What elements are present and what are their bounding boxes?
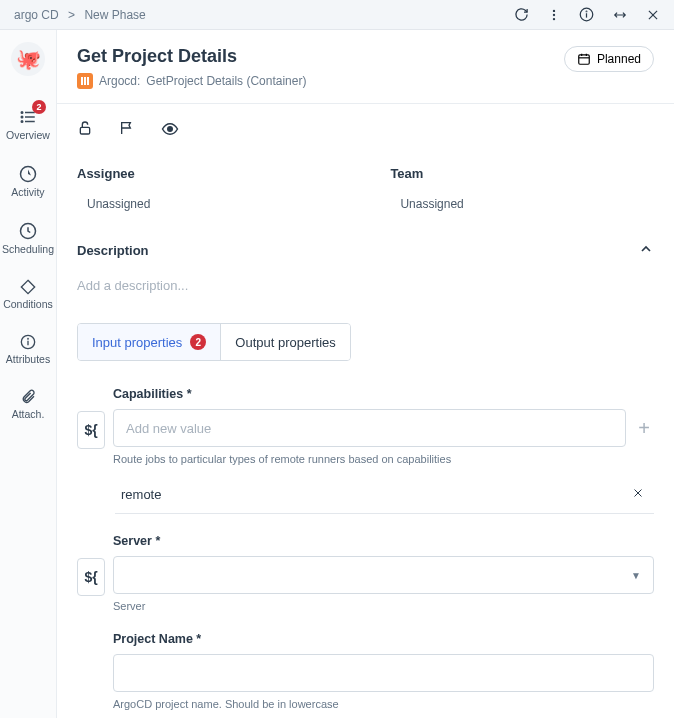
page-title: Get Project Details: [77, 46, 306, 67]
server-field: ${ Server * ▼ Server: [77, 534, 654, 612]
meta-row: Assignee Unassigned Team Unassigned: [77, 166, 654, 211]
capabilities-field: ${ Capabilities * + Route jobs to partic…: [77, 387, 654, 514]
overview-badge: 2: [32, 100, 46, 114]
server-select[interactable]: ▼: [113, 556, 654, 594]
tab-label: Output properties: [235, 335, 335, 350]
project-name-hint: ArgoCD project name. Should be in lowerc…: [113, 698, 654, 710]
status-label: Planned: [597, 52, 641, 66]
tab-label: Input properties: [92, 335, 182, 350]
variable-button[interactable]: ${: [77, 411, 105, 449]
svg-rect-19: [81, 77, 83, 85]
subtitle-prefix: Argocd:: [99, 74, 140, 88]
sidebar-label: Conditions: [3, 298, 53, 310]
svg-point-11: [21, 112, 23, 114]
breadcrumb-current[interactable]: New Phase: [84, 8, 145, 22]
svg-point-5: [586, 11, 587, 12]
svg-point-13: [21, 121, 23, 123]
svg-point-0: [553, 9, 555, 11]
top-bar: argo CD > New Phase: [0, 0, 674, 30]
assignee-block[interactable]: Assignee Unassigned: [77, 166, 150, 211]
main-panel: Get Project Details Argocd: GetProject D…: [57, 30, 674, 718]
calendar-icon: [577, 52, 591, 66]
tab-input-properties[interactable]: Input properties 2: [78, 324, 220, 360]
capabilities-label: Capabilities *: [113, 387, 654, 401]
sidebar-item-attach[interactable]: Attach.: [0, 377, 56, 432]
flag-icon[interactable]: [119, 120, 135, 142]
sidebar: 🐙 2 Overview Activity Scheduling Conditi…: [0, 30, 57, 718]
more-icon[interactable]: [547, 8, 561, 22]
close-icon[interactable]: [646, 8, 660, 22]
eye-icon[interactable]: [161, 120, 179, 142]
svg-point-12: [21, 116, 23, 118]
assignee-value: Unassigned: [77, 197, 150, 211]
paperclip-icon: [20, 389, 36, 405]
svg-rect-22: [579, 55, 590, 64]
capabilities-input[interactable]: [113, 409, 626, 447]
property-tabs: Input properties 2 Output properties: [77, 323, 351, 361]
clock-icon: [19, 165, 37, 183]
description-placeholder[interactable]: Add a description...: [77, 278, 654, 293]
sidebar-item-conditions[interactable]: Conditions: [0, 267, 56, 322]
sidebar-label: Scheduling: [2, 243, 54, 255]
lock-icon[interactable]: [77, 120, 93, 142]
sidebar-item-overview[interactable]: 2 Overview: [0, 96, 56, 153]
team-label: Team: [390, 166, 463, 181]
expand-icon[interactable]: [612, 8, 628, 22]
add-value-icon[interactable]: +: [634, 417, 654, 440]
sidebar-label: Overview: [6, 129, 50, 141]
project-name-label: Project Name *: [113, 632, 654, 646]
breadcrumb-separator: >: [68, 8, 75, 22]
sidebar-item-attributes[interactable]: Attributes: [0, 322, 56, 377]
chevron-up-icon: [638, 241, 654, 260]
action-icons: [77, 120, 654, 142]
capability-chip: remote: [115, 479, 654, 514]
server-label: Server *: [113, 534, 654, 548]
schedule-icon: [19, 222, 37, 240]
svg-rect-21: [87, 77, 89, 85]
chip-label: remote: [121, 487, 161, 502]
refresh-icon[interactable]: [514, 7, 529, 22]
team-value: Unassigned: [390, 197, 463, 211]
sidebar-item-scheduling[interactable]: Scheduling: [0, 210, 56, 267]
info-circle-icon: [20, 334, 36, 350]
svg-rect-20: [84, 77, 86, 85]
description-header[interactable]: Description: [77, 241, 654, 260]
description-label: Description: [77, 243, 149, 258]
assignee-label: Assignee: [77, 166, 150, 181]
svg-point-27: [168, 127, 173, 132]
breadcrumb-root[interactable]: argo CD: [14, 8, 59, 22]
header: Get Project Details Argocd: GetProject D…: [57, 30, 674, 104]
svg-point-1: [553, 13, 555, 15]
variable-button[interactable]: ${: [77, 558, 105, 596]
sidebar-label: Activity: [11, 186, 44, 198]
page-subtitle: Argocd: GetProject Details (Container): [77, 73, 306, 89]
svg-rect-26: [80, 127, 89, 134]
top-toolbar: [514, 7, 660, 22]
avatar[interactable]: 🐙: [11, 42, 45, 76]
tab-count-badge: 2: [190, 334, 206, 350]
server-hint: Server: [113, 600, 654, 612]
breadcrumb: argo CD > New Phase: [14, 8, 146, 22]
project-name-field: Project Name * ArgoCD project name. Shou…: [77, 632, 654, 710]
svg-point-2: [553, 17, 555, 19]
project-name-input[interactable]: [113, 654, 654, 692]
tab-output-properties[interactable]: Output properties: [220, 324, 349, 360]
chevron-down-icon: ▼: [631, 570, 641, 581]
remove-chip-icon[interactable]: [632, 485, 648, 503]
container-icon: [77, 73, 93, 89]
subtitle-main: GetProject Details (Container): [146, 74, 306, 88]
team-block[interactable]: Team Unassigned: [390, 166, 463, 211]
sidebar-item-activity[interactable]: Activity: [0, 153, 56, 210]
diamond-icon: [20, 279, 36, 295]
status-button[interactable]: Planned: [564, 46, 654, 72]
sidebar-label: Attributes: [6, 353, 50, 365]
svg-point-18: [28, 338, 29, 339]
capabilities-hint: Route jobs to particular types of remote…: [113, 453, 654, 465]
sidebar-label: Attach.: [12, 408, 45, 420]
info-icon[interactable]: [579, 7, 594, 22]
